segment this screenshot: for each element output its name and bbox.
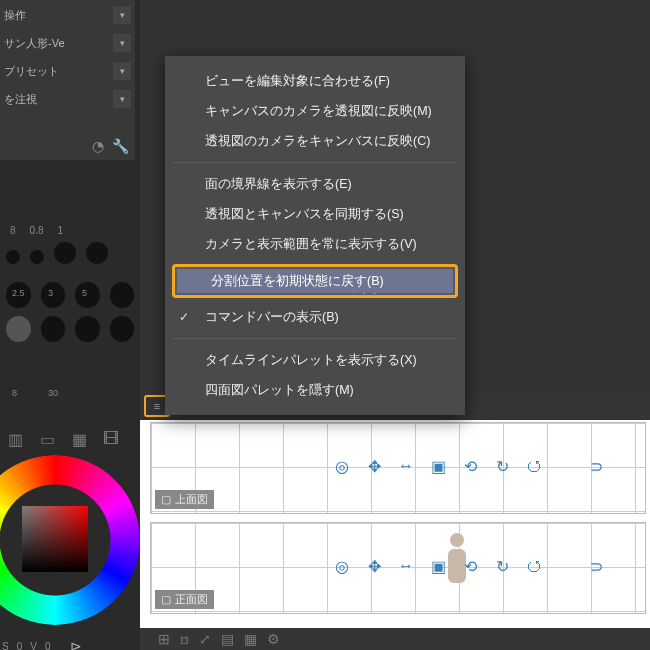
hamburger-icon: ≡ bbox=[154, 400, 160, 412]
prop-row[interactable]: を注視 ▾ bbox=[4, 86, 131, 112]
chevron-down-icon[interactable]: ▾ bbox=[113, 62, 131, 80]
viewport-label[interactable]: ▢ 正面図 bbox=[155, 590, 214, 609]
menu-label: 分割位置を初期状態に戻す(B) bbox=[205, 279, 378, 296]
size-value: 8 bbox=[12, 388, 17, 398]
menu-label: 面の境界線を表示する(E) bbox=[205, 176, 352, 193]
rectangle-icon[interactable]: ▭ bbox=[36, 430, 58, 449]
menu-persp-to-canvas[interactable]: 透視図のカメラをキャンバスに反映(C) bbox=[165, 126, 465, 156]
menu-fit-view[interactable]: ビューを編集対象に合わせる(F) bbox=[165, 66, 465, 96]
status-readout: S 0 V 0 ⊳ bbox=[2, 638, 82, 650]
viewport-area: ◎ ✥ ↔ ▣ ⟲ ↻ ⭯ ⊃ ▢ 上面図 ◎ ✥ ↔ bbox=[140, 420, 650, 628]
move-icon[interactable]: ✥ bbox=[363, 455, 385, 477]
brush-dot[interactable] bbox=[86, 242, 108, 264]
brush-preview-grid[interactable]: 2.5 3 5 8 30 bbox=[0, 238, 140, 418]
reset-icon[interactable]: ◔ bbox=[92, 138, 104, 154]
focus-icon[interactable]: ◎ bbox=[331, 455, 353, 477]
viewport-name: 正面図 bbox=[175, 592, 208, 607]
chevron-down-icon[interactable]: ▾ bbox=[113, 34, 131, 52]
viewport-toolbar: ◎ ✥ ↔ ▣ ⟲ ↻ ⭯ ⊃ bbox=[331, 555, 607, 577]
orbit-icon[interactable]: ⭯ bbox=[523, 455, 545, 477]
brush-dot[interactable] bbox=[6, 316, 31, 342]
menu-hide-fourview[interactable]: 四面図パレットを隠す(M) bbox=[165, 375, 465, 405]
size-value: 30 bbox=[48, 388, 58, 398]
magnet-icon[interactable]: ⊃ bbox=[585, 455, 607, 477]
brush-dot[interactable] bbox=[30, 250, 44, 264]
menu-sync-canvas[interactable]: 透視図とキャンバスを同期する(S) bbox=[165, 199, 465, 229]
crop-icon[interactable]: ⧈ bbox=[180, 631, 189, 648]
size-value: 3 bbox=[48, 288, 53, 298]
menu-label: カメラと表示範囲を常に表示する(V) bbox=[205, 236, 417, 253]
size-value: 1 bbox=[57, 225, 63, 236]
chevron-down-icon[interactable]: ▾ bbox=[113, 90, 131, 108]
cube-icon[interactable]: ▣ bbox=[427, 555, 449, 577]
viewport-front[interactable]: ◎ ✥ ↔ ▣ ⟲ ↻ ⭯ ⊃ ▢ 正面図 bbox=[150, 522, 646, 614]
menu-separator bbox=[173, 338, 457, 339]
menu-show-boundaries[interactable]: 面の境界線を表示する(E) bbox=[165, 169, 465, 199]
size-value: 2.5 bbox=[12, 288, 25, 298]
layers-icon[interactable]: ▥ bbox=[4, 430, 26, 449]
menu-always-show-cam[interactable]: カメラと表示範囲を常に表示する(V) bbox=[165, 229, 465, 259]
brush-dot[interactable] bbox=[75, 316, 100, 342]
size-value: 5 bbox=[82, 288, 87, 298]
menu-separator bbox=[173, 265, 457, 266]
viewport-label[interactable]: ▢ 上面図 bbox=[155, 490, 214, 509]
transparency-icon[interactable]: ▦ bbox=[68, 430, 90, 449]
arrows-icon[interactable]: ↔ bbox=[395, 555, 417, 577]
viewport-top[interactable]: ◎ ✥ ↔ ▣ ⟲ ↻ ⭯ ⊃ ▢ 上面図 bbox=[150, 422, 646, 514]
prop-row[interactable]: プリセット ▾ bbox=[4, 58, 131, 84]
left-properties-panel: 操作 ▾ サン人形-Ve ▾ プリセット ▾ を注視 ▾ ◔ 🔧 bbox=[0, 0, 135, 160]
film-icon[interactable]: 🎞 bbox=[100, 430, 122, 449]
menu-separator bbox=[173, 162, 457, 163]
menu-label: 透視図とキャンバスを同期する(S) bbox=[205, 206, 404, 223]
status-val: 0 bbox=[17, 641, 23, 651]
menu-label: コマンドバーの表示(B) bbox=[205, 309, 339, 326]
prop-row[interactable]: 操作 ▾ bbox=[4, 2, 131, 28]
wrench-icon[interactable]: 🔧 bbox=[112, 138, 129, 154]
grid-icon[interactable]: ⊞ bbox=[158, 631, 170, 647]
size-value: 0.8 bbox=[30, 225, 44, 236]
brush-dot[interactable] bbox=[54, 242, 76, 264]
menu-show-timeline[interactable]: タイムラインパレットを表示する(X) bbox=[165, 345, 465, 375]
size-value: 8 bbox=[10, 225, 16, 236]
prop-label: サン人形-Ve bbox=[4, 36, 113, 51]
play-icon[interactable]: ⊳ bbox=[70, 638, 82, 650]
gear-icon[interactable]: ⚙ bbox=[267, 631, 280, 647]
check-icon: ✓ bbox=[179, 310, 189, 324]
chevron-down-icon[interactable]: ▾ bbox=[113, 6, 131, 24]
viewport-name: 上面図 bbox=[175, 492, 208, 507]
menu-reset-split[interactable]: 分割位置を初期状態に戻す(B) bbox=[165, 272, 465, 302]
layout-icon[interactable]: ▤ bbox=[221, 631, 234, 647]
cube-rotate-icon[interactable]: ⟲ bbox=[459, 555, 481, 577]
menu-label: 四面図パレットを隠す(M) bbox=[205, 382, 354, 399]
status-s: S bbox=[2, 641, 9, 651]
orbit-icon[interactable]: ⭯ bbox=[523, 555, 545, 577]
brush-dot[interactable] bbox=[41, 316, 66, 342]
cube-rotate-icon[interactable]: ⟲ bbox=[459, 455, 481, 477]
status-val: 0 bbox=[45, 641, 51, 651]
menu-show-commandbar[interactable]: ✓ コマンドバーの表示(B) bbox=[165, 302, 465, 332]
expand-icon[interactable]: ⤢ bbox=[199, 631, 211, 647]
cube-icon: ▢ bbox=[161, 593, 171, 606]
brush-dot[interactable] bbox=[110, 282, 135, 308]
arrows-icon[interactable]: ↔ bbox=[395, 455, 417, 477]
brush-dot[interactable] bbox=[6, 250, 20, 264]
layout2-icon[interactable]: ▦ bbox=[244, 631, 257, 647]
cube-icon[interactable]: ▣ bbox=[427, 455, 449, 477]
cube-icon: ▢ bbox=[161, 493, 171, 506]
rotate-icon[interactable]: ↻ bbox=[491, 555, 513, 577]
prop-label: 操作 bbox=[4, 8, 113, 23]
magnet-icon[interactable]: ⊃ bbox=[585, 555, 607, 577]
move-icon[interactable]: ✥ bbox=[363, 555, 385, 577]
context-menu: ビューを編集対象に合わせる(F) キャンバスのカメラを透視図に反映(M) 透視図… bbox=[165, 56, 465, 415]
prop-label: プリセット bbox=[4, 64, 113, 79]
prop-row[interactable]: サン人形-Ve ▾ bbox=[4, 30, 131, 56]
brush-size-numbers: 8 0.8 1 bbox=[0, 225, 140, 236]
menu-label: タイムラインパレットを表示する(X) bbox=[205, 352, 417, 369]
brush-dot[interactable] bbox=[110, 316, 135, 342]
focus-icon[interactable]: ◎ bbox=[331, 555, 353, 577]
menu-canvas-to-persp[interactable]: キャンバスのカメラを透視図に反映(M) bbox=[165, 96, 465, 126]
rotate-icon[interactable]: ↻ bbox=[491, 455, 513, 477]
menu-label: ビューを編集対象に合わせる(F) bbox=[205, 73, 390, 90]
brush-dot[interactable] bbox=[75, 282, 100, 308]
color-square[interactable] bbox=[22, 506, 88, 572]
